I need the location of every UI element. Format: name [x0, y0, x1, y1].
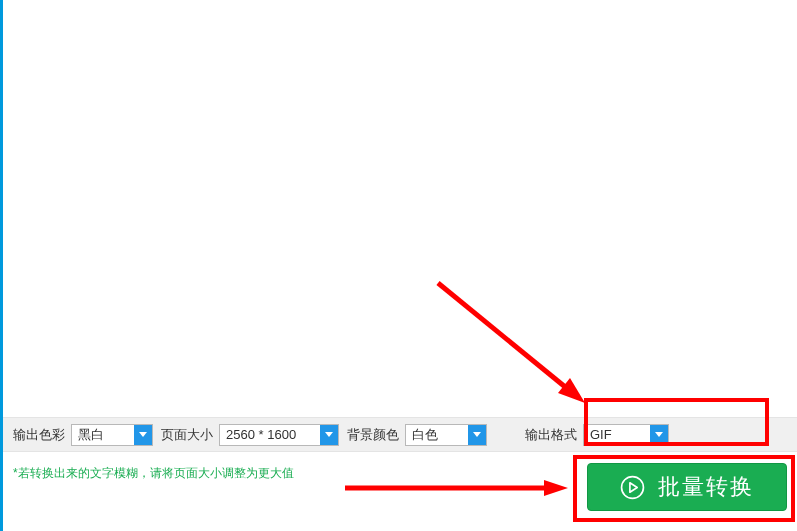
output-format-label: 输出格式	[525, 426, 577, 444]
chevron-down-icon	[650, 425, 668, 445]
chevron-down-icon	[134, 425, 152, 445]
page-size-label: 页面大小	[161, 426, 213, 444]
svg-point-0	[622, 476, 644, 498]
page-size-value: 2560 * 1600	[220, 425, 320, 445]
chevron-down-icon	[468, 425, 486, 445]
output-color-value: 黑白	[72, 425, 134, 445]
output-color-group: 输出色彩 黑白	[13, 424, 153, 446]
batch-convert-button[interactable]: 批量转换	[587, 463, 787, 511]
hint-text: *若转换出来的文字模糊，请将页面大小调整为更大值	[13, 466, 294, 480]
output-color-dropdown[interactable]: 黑白	[71, 424, 153, 446]
output-format-value: GIF	[584, 425, 650, 445]
main-content-area	[3, 0, 797, 417]
background-color-group: 背景颜色 白色	[347, 424, 487, 446]
chevron-down-icon	[320, 425, 338, 445]
options-bar: 输出色彩 黑白 页面大小 2560 * 1600 背景颜色 白色 输出格式 G	[3, 417, 797, 452]
background-color-dropdown[interactable]: 白色	[405, 424, 487, 446]
batch-convert-label: 批量转换	[658, 472, 754, 502]
background-color-label: 背景颜色	[347, 426, 399, 444]
output-format-dropdown[interactable]: GIF	[583, 424, 669, 446]
background-color-value: 白色	[406, 425, 468, 445]
output-format-group: 输出格式 GIF	[525, 424, 669, 446]
page-size-group: 页面大小 2560 * 1600	[161, 424, 339, 446]
output-color-label: 输出色彩	[13, 426, 65, 444]
play-circle-icon	[620, 475, 645, 500]
page-size-dropdown[interactable]: 2560 * 1600	[219, 424, 339, 446]
